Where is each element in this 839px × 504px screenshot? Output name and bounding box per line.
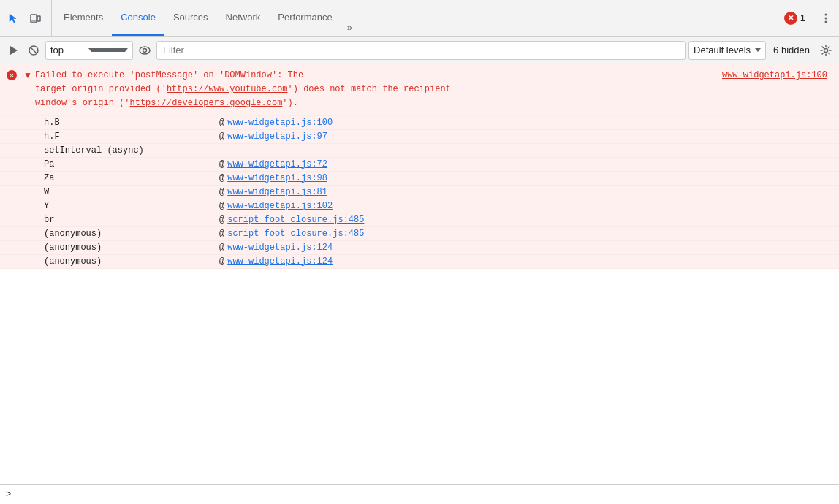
- error-row-content: ▼ Failed to execute 'postMessage' on 'DO…: [23, 69, 839, 111]
- stack-row-anon-2: (anonymous) @ www-widgetapi.js:124: [0, 241, 839, 255]
- svg-point-3: [825, 13, 827, 15]
- error-file-link[interactable]: www-widgetapi.js:100: [716, 69, 833, 83]
- stack-file-link[interactable]: www-widgetapi.js:97: [227, 131, 327, 142]
- svg-rect-1: [37, 16, 40, 21]
- context-chevron-icon: [88, 48, 128, 52]
- levels-chevron-icon: [755, 48, 761, 52]
- tab-console[interactable]: Console: [112, 0, 164, 36]
- svg-point-11: [824, 48, 828, 52]
- cursor-icon-button[interactable]: [3, 8, 23, 28]
- levels-selector[interactable]: Default levels: [688, 41, 766, 60]
- tab-sources[interactable]: Sources: [164, 0, 217, 36]
- stack-row-hf: h.F @ www-widgetapi.js:97: [0, 130, 839, 144]
- error-text-3: window's origin ('https://developers.goo…: [35, 98, 298, 108]
- tab-performance[interactable]: Performance: [269, 0, 341, 36]
- eye-button[interactable]: [136, 42, 153, 59]
- console-input-row: >: [0, 484, 839, 504]
- error-text-2: target origin provided ('https://www.you…: [35, 84, 451, 94]
- toolbar-icon-group: [3, 0, 52, 36]
- stack-at-label: @: [219, 159, 224, 169]
- error-circle-icon: ✕: [784, 12, 797, 25]
- stack-at-label: @: [219, 118, 224, 128]
- error-text-1: Failed to execute 'postMessage' on 'DOMW…: [35, 70, 288, 80]
- svg-point-10: [143, 48, 147, 52]
- tab-elements[interactable]: Elements: [55, 0, 112, 36]
- error-circle-indicator: ✕: [7, 70, 17, 80]
- stack-row-y: Y @ www-widgetapi.js:102: [0, 199, 839, 213]
- stack-at-label: @: [219, 187, 224, 197]
- stack-file-link[interactable]: script_foot_closure.js:485: [227, 229, 364, 239]
- stack-file-link[interactable]: www-widgetapi.js:81: [227, 187, 327, 197]
- tab-network[interactable]: Network: [217, 0, 270, 36]
- stack-file-anchor[interactable]: www-widgetapi.js:124: [227, 243, 333, 253]
- stack-file-anchor[interactable]: www-widgetapi.js:72: [227, 159, 327, 169]
- stack-at-label: @: [219, 215, 224, 225]
- stack-file-anchor[interactable]: www-widgetapi.js:97: [227, 131, 327, 142]
- device-mode-icon-button[interactable]: [25, 8, 45, 28]
- error-file-anchor[interactable]: www-widgetapi.js:100: [722, 70, 827, 80]
- hidden-count-button[interactable]: 6 hidden: [769, 43, 814, 57]
- stack-func-label: h.B: [44, 118, 219, 128]
- stack-at-label: @: [219, 243, 224, 253]
- stack-func-label: br: [44, 215, 219, 225]
- stack-row-pa: Pa @ www-widgetapi.js:72: [0, 158, 839, 172]
- youtube-link[interactable]: https://www.youtube.com: [167, 84, 288, 94]
- error-row: ✕ ▼ Failed to execute 'postMessage' on '…: [0, 64, 839, 116]
- error-text-block: Failed to execute 'postMessage' on 'DOMW…: [35, 69, 716, 111]
- error-badge[interactable]: ✕ 1: [780, 9, 810, 28]
- stack-file-link[interactable]: www-widgetapi.js:124: [227, 243, 333, 253]
- stack-file-link[interactable]: www-widgetapi.js:124: [227, 256, 333, 267]
- stack-at-label: @: [219, 256, 224, 267]
- settings-button[interactable]: [816, 8, 836, 28]
- stack-row-br: br @ script_foot_closure.js:485: [0, 213, 839, 227]
- async-label: setInterval (async): [44, 145, 144, 156]
- stack-file-anchor[interactable]: www-widgetapi.js:100: [227, 118, 333, 128]
- stack-file-anchor[interactable]: www-widgetapi.js:102: [227, 201, 333, 211]
- stack-file-link[interactable]: www-widgetapi.js:100: [227, 118, 333, 128]
- console-settings-button[interactable]: [817, 42, 835, 59]
- console-prompt: >: [6, 489, 11, 500]
- error-indicator: ✕: [0, 69, 23, 80]
- clear-button[interactable]: [25, 42, 42, 59]
- devtools-toolbar: Elements Console Sources Network Perform…: [0, 0, 839, 37]
- stack-file-link[interactable]: www-widgetapi.js:72: [227, 159, 327, 169]
- stack-func-label: (anonymous): [44, 243, 219, 253]
- stack-func-label: (anonymous): [44, 256, 219, 267]
- stack-file-anchor[interactable]: script_foot_closure.js:485: [227, 229, 364, 239]
- stack-file-link[interactable]: script_foot_closure.js:485: [227, 215, 364, 225]
- error-message-line: ▼ Failed to execute 'postMessage' on 'DO…: [23, 69, 833, 111]
- stack-file-anchor[interactable]: www-widgetapi.js:124: [227, 256, 333, 267]
- filter-input[interactable]: [156, 41, 686, 60]
- svg-point-9: [140, 47, 150, 54]
- async-separator-row: setInterval (async): [0, 144, 839, 158]
- stack-func-label: Za: [44, 173, 219, 183]
- stack-file-link[interactable]: www-widgetapi.js:98: [227, 173, 327, 183]
- stack-row-anon-1: (anonymous) @ script_foot_closure.js:485: [0, 227, 839, 241]
- stack-file-anchor[interactable]: script_foot_closure.js:485: [227, 215, 364, 225]
- context-selector[interactable]: top: [45, 41, 133, 60]
- toolbar-right: ✕ 1: [780, 8, 836, 28]
- stack-file-anchor[interactable]: www-widgetapi.js:81: [227, 187, 327, 197]
- stack-func-label: (anonymous): [44, 229, 219, 239]
- google-link[interactable]: https://developers.google.com: [130, 98, 283, 108]
- error-text-the: The: [288, 70, 304, 80]
- stack-func-label: h.F: [44, 131, 219, 142]
- svg-point-4: [825, 17, 827, 19]
- svg-point-5: [825, 20, 827, 23]
- console-content[interactable]: ✕ ▼ Failed to execute 'postMessage' on '…: [0, 64, 839, 484]
- stack-func-label: Pa: [44, 159, 219, 169]
- stack-row-w: W @ www-widgetapi.js:81: [0, 186, 839, 199]
- svg-marker-6: [10, 46, 18, 55]
- console-toolbar: top Default levels 6 hidden: [0, 37, 839, 64]
- stack-func-label: Y: [44, 201, 219, 211]
- svg-line-8: [31, 47, 37, 53]
- more-tabs-button[interactable]: »: [341, 19, 358, 36]
- execute-button[interactable]: [4, 42, 22, 59]
- stack-file-anchor[interactable]: www-widgetapi.js:98: [227, 173, 327, 183]
- stack-at-label: @: [219, 229, 224, 239]
- stack-file-link[interactable]: www-widgetapi.js:102: [227, 201, 333, 211]
- stack-func-label: W: [44, 187, 219, 197]
- tab-list: Elements Console Sources Network Perform…: [55, 0, 358, 36]
- stack-at-label: @: [219, 173, 224, 183]
- expand-error-button[interactable]: ▼: [23, 69, 35, 83]
